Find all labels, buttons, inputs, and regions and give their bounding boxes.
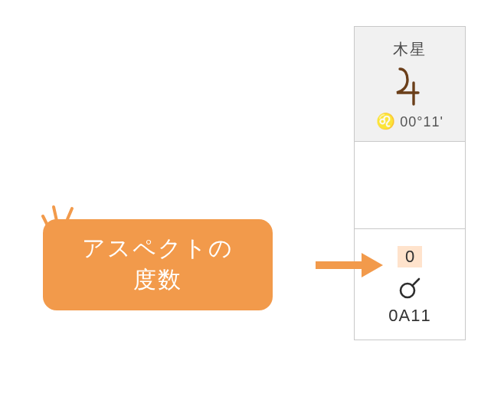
svg-rect-6 <box>316 261 363 269</box>
svg-line-4 <box>54 207 57 221</box>
planet-degrees: 00°11' <box>400 114 443 130</box>
svg-line-5 <box>67 208 72 219</box>
aspect-code: 0A11 <box>388 306 430 326</box>
callout-line1: アスペクトの <box>64 233 251 264</box>
leo-icon: ♌ <box>376 112 395 130</box>
svg-marker-7 <box>362 253 383 277</box>
spark-icon <box>41 201 77 235</box>
empty-cell <box>355 142 465 229</box>
aspect-cell: 0 0A11 <box>355 229 465 340</box>
planet-position: ♌ 00°11' <box>376 112 443 130</box>
arrow-icon <box>316 251 385 282</box>
planet-column: 木星 ♌ 00°11' 0 0A11 <box>354 26 466 340</box>
callout: アスペクトの 度数 <box>43 219 273 310</box>
aspect-degree: 0 <box>398 246 422 267</box>
callout-line2: 度数 <box>64 264 251 296</box>
callout-bubble: アスペクトの 度数 <box>43 219 273 310</box>
svg-line-3 <box>43 216 47 225</box>
jupiter-icon <box>394 64 425 107</box>
conjunction-icon <box>398 274 421 301</box>
svg-line-2 <box>412 279 419 286</box>
planet-name: 木星 <box>393 39 427 60</box>
planet-header-cell: 木星 ♌ 00°11' <box>355 27 465 142</box>
